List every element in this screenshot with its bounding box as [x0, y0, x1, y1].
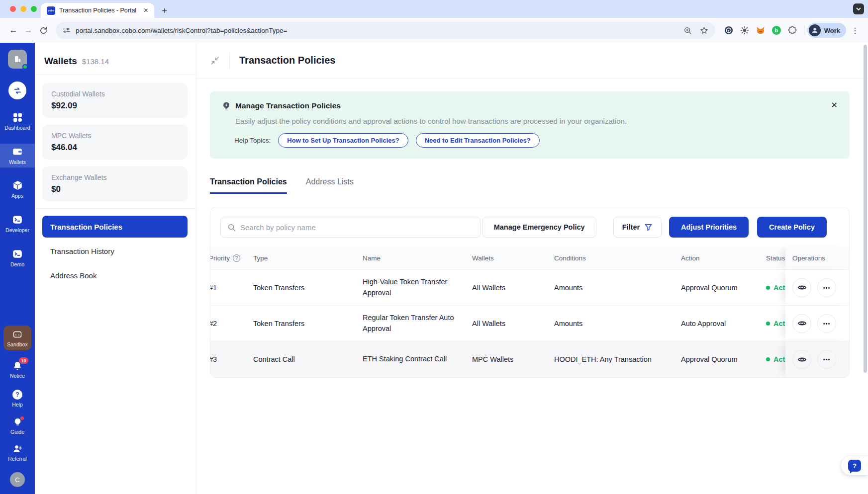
status-dot: [766, 286, 770, 290]
status-badge: Active: [766, 320, 785, 328]
cell-wallets: MPC Wallets: [472, 355, 554, 363]
view-policy-button[interactable]: [792, 278, 811, 297]
site-info-icon[interactable]: [63, 26, 71, 34]
banner-description: Easily adjust the policy conditions and …: [235, 117, 838, 125]
sidebar-item-referral[interactable]: Referral: [0, 441, 35, 464]
metamask-extension-icon[interactable]: [756, 26, 765, 35]
page-scrollbar[interactable]: [864, 45, 867, 373]
banner-title: Manage Transaction Policies: [235, 101, 341, 110]
mpc-wallets-card[interactable]: MPC Wallets $46.04: [42, 125, 188, 160]
profile-name: Work: [824, 27, 840, 34]
window-zoom-button[interactable]: [31, 6, 37, 12]
cell-priority: #3: [210, 355, 253, 363]
sidebar-item-demo[interactable]: Demo: [0, 246, 35, 270]
cell-action: Approval Quorum: [681, 355, 766, 363]
collapse-panel-icon[interactable]: [210, 56, 220, 66]
window-controls[interactable]: [10, 6, 37, 12]
sidebar-item-dashboard[interactable]: Dashboard: [0, 110, 35, 133]
primary-nav-rail: Dashboard Wallets Apps Developer Demo: [0, 43, 35, 494]
tab-transaction-policies[interactable]: Transaction Policies: [210, 177, 287, 194]
more-actions-button[interactable]: •••: [817, 278, 836, 297]
green-b-extension-icon[interactable]: b: [772, 26, 781, 35]
table-row[interactable]: #1 Token Transfers High-Value Token Tran…: [210, 270, 850, 306]
swap-icon[interactable]: [8, 82, 26, 99]
banner-close-icon[interactable]: ✕: [831, 100, 838, 110]
profile-avatar: [809, 24, 821, 36]
create-policy-button[interactable]: Create Policy: [757, 217, 827, 238]
cell-wallets: All Wallets: [472, 284, 554, 292]
window-minimize-button[interactable]: [20, 6, 26, 12]
sandbox-env-switcher[interactable]: Sandbox: [3, 326, 31, 350]
org-logo[interactable]: [8, 50, 27, 69]
zoom-icon[interactable]: [683, 26, 692, 35]
sidebar-item-help[interactable]: ? Help: [0, 387, 35, 410]
sidebar-item-transaction-history[interactable]: Transaction History: [42, 240, 188, 262]
manage-policies-banner: Manage Transaction Policies ✕ Easily adj…: [210, 91, 850, 159]
apps-cube-icon: [12, 180, 23, 191]
manage-emergency-policy-button[interactable]: Manage Emergency Policy: [482, 217, 596, 238]
cell-type: Token Transfers: [253, 284, 363, 292]
view-policy-button[interactable]: [792, 314, 811, 333]
cell-type: Token Transfers: [253, 320, 363, 328]
cell-conditions: Amounts: [554, 284, 681, 292]
filter-button[interactable]: Filter: [613, 217, 662, 238]
adjust-priorities-button[interactable]: Adjust Priorities: [669, 217, 749, 238]
settings-gear-extension-icon[interactable]: [740, 26, 749, 35]
more-actions-button[interactable]: •••: [817, 350, 836, 369]
exchange-wallets-card[interactable]: Exchange Wallets $0: [42, 166, 188, 201]
extensions-puzzle-icon[interactable]: [788, 26, 797, 35]
status-badge: Active: [766, 284, 785, 292]
browser-profile-chip[interactable]: Work: [807, 23, 846, 38]
wallet-icon: [12, 146, 23, 157]
cell-priority: #1: [210, 284, 253, 292]
toolbar-separator: [804, 25, 804, 35]
table-row[interactable]: #3 Contract Call ETH Staking Contract Ca…: [210, 341, 850, 377]
browser-menu-icon[interactable]: ⋮: [851, 26, 859, 35]
sidebar-item-notice[interactable]: 10 Notice: [0, 358, 35, 381]
help-topic-setup-button[interactable]: How to Set Up Transaction Policies?: [278, 133, 408, 148]
notice-count-badge: 10: [19, 357, 28, 364]
view-policy-button[interactable]: [792, 350, 811, 369]
help-topic-edit-button[interactable]: Need to Edit Transaction Policies?: [416, 133, 540, 148]
policies-table: Priority? Type Name Wallets Conditions A…: [210, 247, 850, 377]
reload-button[interactable]: [36, 23, 51, 38]
cell-action: Auto Approval: [681, 320, 766, 328]
sidebar-title: Wallets: [44, 56, 77, 67]
sidebar-item-wallets[interactable]: Wallets: [0, 144, 35, 167]
sidebar-item-apps[interactable]: Apps: [0, 178, 35, 201]
url-bar[interactable]: portal.sandbox.cobo.com/wallets/riskCont…: [56, 22, 715, 39]
back-button[interactable]: ←: [6, 23, 21, 38]
tab-address-lists[interactable]: Address Lists: [306, 177, 354, 194]
user-avatar[interactable]: C: [10, 472, 25, 487]
cell-wallets: All Wallets: [472, 320, 554, 328]
table-header-row: Priority? Type Name Wallets Conditions A…: [210, 247, 850, 270]
search-icon: [227, 223, 236, 232]
table-row[interactable]: #2 Token Transfers Regular Token Transfe…: [210, 306, 850, 341]
tab-search-chevron-icon[interactable]: [853, 3, 864, 14]
help-topics-label: Help Topics:: [234, 137, 271, 144]
search-input[interactable]: [240, 223, 474, 232]
sidebar-item-transaction-policies[interactable]: Transaction Policies: [42, 216, 188, 238]
more-actions-button[interactable]: •••: [817, 314, 836, 333]
forward-button[interactable]: →: [21, 23, 36, 38]
sidebar-item-address-book[interactable]: Address Book: [42, 264, 188, 286]
priority-help-icon[interactable]: ?: [233, 254, 240, 262]
wallets-sidebar: Wallets $138.14 Custodial Wallets $92.09…: [35, 43, 196, 494]
password-manager-extension-icon[interactable]: [724, 26, 733, 35]
cell-priority: #2: [210, 320, 253, 328]
sidebar-item-guide[interactable]: Guide: [0, 415, 35, 437]
sidebar-item-developer[interactable]: Developer: [0, 212, 35, 236]
help-chat-widget[interactable]: ?: [841, 456, 868, 475]
window-close-button[interactable]: [10, 6, 16, 12]
custodial-wallets-card[interactable]: Custodial Wallets $92.09: [42, 83, 188, 118]
url-text[interactable]: portal.sandbox.cobo.com/wallets/riskCont…: [76, 27, 287, 34]
bookmark-star-icon[interactable]: [700, 26, 708, 35]
tab-close-icon[interactable]: ✕: [143, 7, 148, 14]
new-tab-button[interactable]: +: [162, 6, 167, 15]
browser-tab[interactable]: cobo Transaction Policies - Portal ✕: [41, 3, 154, 18]
page-title: Transaction Policies: [239, 55, 335, 66]
cell-name: ETH Staking Contract Call: [363, 354, 472, 364]
cell-type: Contract Call: [253, 355, 363, 363]
status-dot: [766, 357, 770, 361]
policy-search[interactable]: [220, 217, 481, 238]
